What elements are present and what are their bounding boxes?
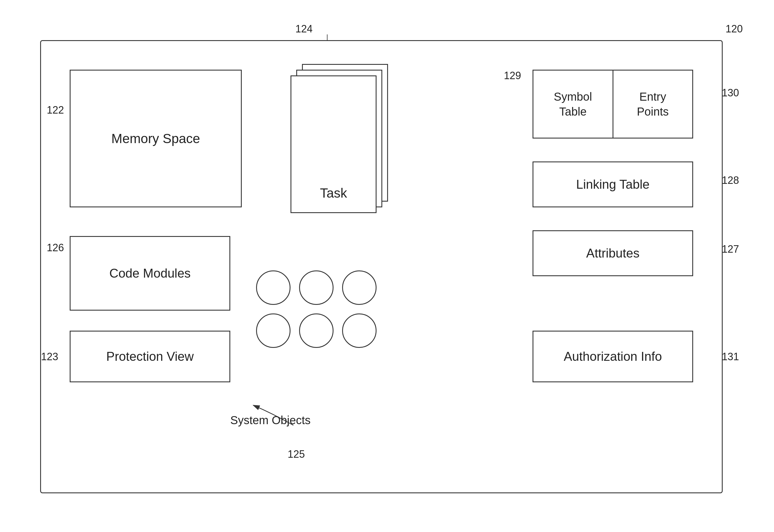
label-122: 122 — [47, 104, 64, 116]
label-127: 127 — [722, 243, 739, 255]
code-modules-label: Code Modules — [109, 266, 191, 280]
protection-view-label: Protection View — [106, 349, 194, 364]
auth-info-box: Authorization Info — [533, 331, 693, 382]
symbol-entry-box: Symbol Table Entry Points — [533, 70, 693, 139]
label-120: 120 — [726, 23, 743, 35]
circle-5 — [299, 313, 334, 348]
linking-table-label: Linking Table — [576, 177, 650, 192]
label-128: 128 — [722, 174, 739, 186]
protection-view-box: Protection View — [70, 331, 230, 382]
circles-grid — [256, 270, 399, 348]
linking-table-box: Linking Table — [533, 161, 693, 207]
main-outer-box: Memory Space Task Symbol Table Entry Poi… — [40, 40, 723, 493]
system-objects-area — [256, 265, 399, 391]
entry-points-cell: Entry Points — [613, 71, 693, 138]
label-125: 125 — [288, 448, 305, 460]
attributes-label: Attributes — [586, 246, 640, 260]
label-130: 130 — [722, 87, 739, 99]
label-129: 129 — [504, 70, 521, 82]
task-label: Task — [320, 185, 347, 201]
label-131: 131 — [722, 351, 739, 363]
memory-space-label: Memory Space — [111, 131, 200, 146]
symbol-table-label: Symbol Table — [554, 89, 592, 119]
diagram-container: 120 124 Memory Space Task Symbol Table — [23, 23, 748, 505]
label-123: 123 — [41, 351, 58, 363]
circle-6 — [342, 313, 377, 348]
circle-2 — [299, 270, 334, 305]
code-modules-box: Code Modules — [70, 236, 230, 311]
circle-3 — [342, 270, 377, 305]
auth-info-label: Authorization Info — [564, 349, 662, 364]
memory-space-box: Memory Space — [70, 70, 242, 207]
label-126: 126 — [47, 242, 64, 254]
attributes-box: Attributes — [533, 230, 693, 276]
symbol-table-cell: Symbol Table — [533, 71, 613, 138]
circle-1 — [256, 270, 291, 305]
entry-points-label: Entry Points — [637, 89, 669, 119]
label-124: 124 — [295, 23, 313, 35]
task-paper-front: Task — [291, 75, 377, 213]
task-stack: Task — [291, 64, 388, 230]
system-objects-text-label: System Objects — [230, 414, 311, 427]
circle-4 — [256, 313, 291, 348]
